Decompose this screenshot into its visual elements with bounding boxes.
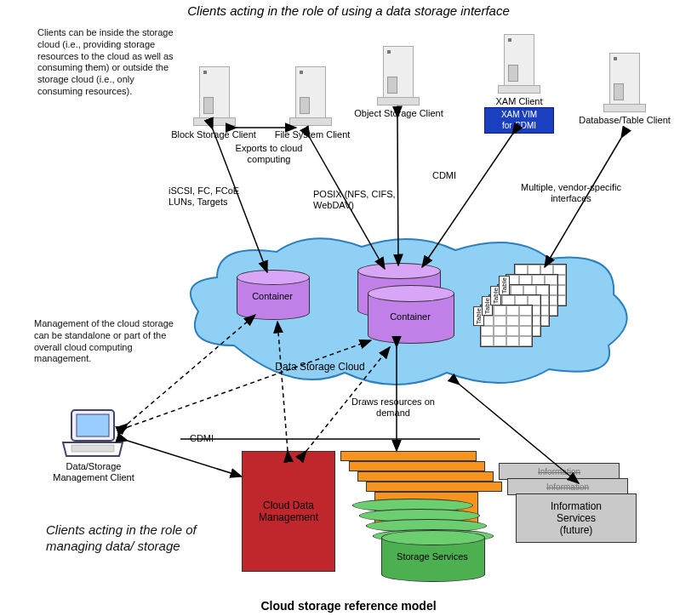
info-services-slab-2: Information xyxy=(507,478,628,495)
tables-stack: Table Table Table Table xyxy=(473,264,584,349)
laptop-icon xyxy=(60,408,126,461)
server-icon-block xyxy=(193,66,234,126)
note-clients-inside: Clients can be inside the storage cloud … xyxy=(37,27,174,98)
client-xam-label: XAM Client xyxy=(485,96,553,107)
svg-rect-2 xyxy=(71,445,114,452)
vendor-label: Multiple, vendor-specific interfaces xyxy=(516,182,626,204)
server-icon-xam xyxy=(498,34,539,94)
info-services-l2: Services xyxy=(557,512,596,524)
xam-vim-l1: XAM VIM xyxy=(501,110,537,119)
cloud-label: Data Storage Cloud xyxy=(252,361,388,373)
info-services-slab-1: Information xyxy=(499,463,620,480)
note-managing-role: Clients acting in the role of managing d… xyxy=(46,522,208,555)
table-label-4: Table xyxy=(499,276,510,295)
info-services-box: Information Services (future) xyxy=(516,493,637,543)
client-filesystem-label: File System Client xyxy=(266,129,359,140)
exports-label: Exports to cloud computing xyxy=(218,143,320,165)
info-slab-2-text: Information xyxy=(546,482,589,492)
client-dbtable-label: Database/Table Client xyxy=(575,115,674,126)
cdmi-left-label: CDMI xyxy=(180,433,223,444)
diagram-caption: Cloud storage reference model xyxy=(0,599,697,613)
info-services-l3: (future) xyxy=(560,524,593,536)
container1-label: Container xyxy=(242,291,303,302)
server-icon-object xyxy=(377,46,418,106)
client-object-label: Object Storage Client xyxy=(341,108,456,119)
orange-slab-2 xyxy=(349,461,485,471)
server-icon-filesystem xyxy=(289,66,330,126)
cloud-data-mgmt-label: Cloud Data Management xyxy=(243,499,334,523)
cdmi-top-label: CDMI xyxy=(419,170,470,181)
data-mgmt-client-label: Data/Storage Management Client xyxy=(43,461,145,483)
storage-services-label: Storage Services xyxy=(391,551,473,562)
container2-label: Container xyxy=(380,311,441,322)
server-icon-dbtable xyxy=(603,53,644,112)
svg-rect-1 xyxy=(77,414,109,436)
note-mgmt: Management of the cloud storage can be s… xyxy=(34,318,179,365)
cloud-data-mgmt-box: Cloud Data Management xyxy=(242,451,335,572)
diagram-title: Clients acting in the role of using a da… xyxy=(0,3,697,18)
orange-slab-1 xyxy=(340,451,477,461)
orange-slab-3 xyxy=(357,471,494,482)
client-block-label: Block Storage Client xyxy=(158,129,269,140)
info-slab-1-text: Information xyxy=(538,467,580,476)
orange-slab-4 xyxy=(366,482,502,492)
info-services-l1: Information xyxy=(551,500,602,512)
draws-label: Draws resources on demand xyxy=(342,396,444,419)
svg-line-12 xyxy=(128,441,242,476)
xam-vim-box: XAM VIM for CDMI xyxy=(484,107,554,134)
xam-vim-l2: for CDMI xyxy=(502,121,536,130)
posix-label: POSIX (NFS, CIFS, WebDAV) xyxy=(313,189,407,211)
iscsi-label: iSCSI, FC, FCoE LUNs, Targets xyxy=(169,185,262,208)
